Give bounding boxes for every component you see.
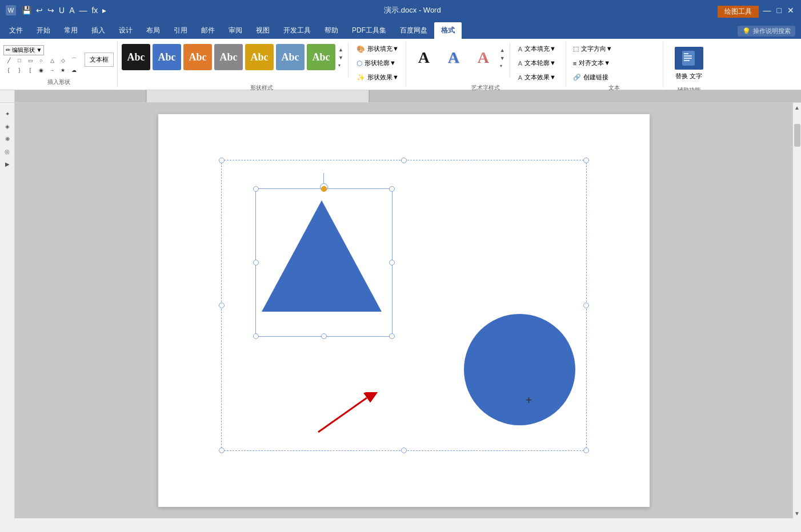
para-btn[interactable]: ◇ [58, 56, 68, 65]
left-tool-4[interactable]: ◎ [2, 146, 13, 156]
save-btn[interactable]: 💾 [21, 5, 33, 16]
text-effect-btn[interactable]: A 文本效果▼ [515, 72, 559, 83]
art-gradient[interactable]: A [469, 43, 498, 72]
star-btn[interactable]: ★ [58, 66, 68, 75]
art-expand-btn[interactable]: ▾ [500, 63, 505, 68]
close-btn[interactable]: ✕ [786, 5, 795, 16]
arrow-btn[interactable]: → [47, 66, 57, 75]
tab-home[interactable]: 开始 [30, 22, 57, 39]
inner-handle-ml[interactable] [253, 260, 259, 265]
handle-bc[interactable] [401, 448, 407, 453]
shape-fill-btn[interactable]: 🎨 形状填充▼ [353, 43, 402, 54]
drawing-tools-label: 绘图工具 [718, 6, 759, 18]
tab-review[interactable]: 审阅 [222, 22, 249, 39]
rect-btn[interactable]: □ [14, 56, 25, 65]
minimize-btn[interactable]: — [762, 5, 772, 16]
font-btn[interactable]: A [68, 5, 75, 16]
redo-btn[interactable]: ↪ [46, 5, 55, 16]
brace-left-btn[interactable]: { [3, 66, 14, 75]
tri-btn[interactable]: △ [47, 56, 57, 65]
maximize-btn[interactable]: □ [776, 5, 783, 16]
tab-insert[interactable]: 插入 [85, 22, 112, 39]
canvas-area[interactable]: + [221, 160, 587, 457]
handle-mr[interactable] [583, 303, 589, 308]
dash-btn[interactable]: — [78, 5, 88, 16]
handle-br[interactable] [583, 448, 589, 453]
create-link-btn[interactable]: 🔗 创建链接 [570, 72, 612, 83]
inner-handle-bl[interactable] [253, 333, 259, 339]
text-fill-btn[interactable]: A 文本填充▼ [515, 43, 559, 54]
inner-handle-tr[interactable] [389, 186, 395, 192]
scroll-down-arrow[interactable]: ▼ [792, 509, 801, 518]
cloud-btn[interactable]: ☁ [69, 66, 79, 75]
inner-handle-tl[interactable] [253, 186, 259, 192]
left-tool-1[interactable]: ✦ [2, 108, 13, 119]
swatch-green[interactable]: Abc [307, 44, 335, 70]
handle-ml[interactable] [219, 303, 225, 308]
tab-view[interactable]: 视图 [249, 22, 277, 39]
swatch-dark[interactable]: Abc [122, 44, 150, 70]
handle-tr[interactable] [583, 158, 589, 163]
left-tool-5[interactable]: ▶ [2, 159, 13, 169]
brace-right-btn[interactable]: } [14, 66, 25, 75]
handle-tl[interactable] [219, 158, 225, 163]
triangle-shape[interactable] [262, 200, 382, 312]
swatch-blue[interactable]: Abc [153, 44, 181, 70]
inner-handle-br[interactable] [389, 333, 395, 339]
swatch-gray[interactable]: Abc [214, 44, 243, 70]
arc-btn[interactable]: ⌒ [69, 56, 79, 65]
circle-btn[interactable]: ○ [36, 56, 46, 65]
tab-mail[interactable]: 邮件 [194, 22, 222, 39]
edit-shape-btn[interactable]: 插入形状 ✏ 编辑形状 ▼ [3, 45, 44, 55]
swatch-orange[interactable]: Abc [183, 44, 212, 70]
swatch-down-btn[interactable]: ▼ [338, 55, 343, 61]
tab-baidu[interactable]: 百度网盘 [393, 22, 434, 39]
left-tool-2[interactable]: ◈ [2, 121, 13, 131]
textbox-btn[interactable]: 文本框 [85, 53, 114, 67]
circle-shape[interactable] [464, 314, 575, 425]
swatch-up-btn[interactable]: ▲ [338, 47, 343, 53]
flow-btn[interactable]: ◉ [36, 66, 46, 75]
search-box[interactable]: 💡 操作说明搜索 [738, 26, 795, 37]
swatch-expand-btn[interactable]: ▾ [338, 63, 343, 68]
art-up-btn[interactable]: ▲ [500, 47, 505, 53]
handle-bl[interactable] [219, 448, 225, 453]
tab-design[interactable]: 设计 [112, 22, 139, 39]
tab-pdf[interactable]: PDF工具集 [345, 22, 393, 39]
inner-handle-bc[interactable] [321, 333, 327, 339]
handle-tc[interactable] [401, 158, 407, 163]
tab-file[interactable]: 文件 [2, 22, 30, 39]
inner-selection[interactable] [255, 188, 393, 337]
adjust-handle[interactable] [321, 186, 327, 192]
word-icon[interactable]: W [6, 5, 16, 15]
underline-btn[interactable]: U [58, 5, 66, 16]
art-down-btn[interactable]: ▼ [500, 55, 505, 61]
art-shadow[interactable]: A [439, 43, 468, 72]
text-direction-btn[interactable]: ⬚ 文字方向▼ [570, 43, 616, 54]
line-btn[interactable]: ╱ [3, 56, 14, 65]
align-text-btn[interactable]: ≡ 对齐文本▼ [570, 58, 614, 68]
text-outline-btn[interactable]: A 文本轮廓▼ [515, 58, 559, 68]
replace-text-btn[interactable]: 替换 文字 [669, 42, 709, 85]
shape-effect-btn[interactable]: ✨ 形状效果▼ [353, 72, 402, 83]
art-plain[interactable]: A [410, 43, 438, 72]
scrollbar-vertical[interactable]: ▲ ▼ [792, 103, 801, 518]
inner-handle-mr[interactable] [389, 260, 395, 265]
play-btn[interactable]: ▸ [101, 5, 107, 16]
bracket-btn[interactable]: [ [25, 66, 35, 75]
scrollbar-thumb[interactable] [794, 124, 800, 147]
undo-btn[interactable]: ↩ [35, 5, 44, 16]
tab-help[interactable]: 帮助 [318, 22, 345, 39]
tab-dev[interactable]: 开发工具 [277, 22, 318, 39]
scroll-up-arrow[interactable]: ▲ [792, 103, 801, 112]
tab-common[interactable]: 常用 [57, 22, 85, 39]
shape-outline-btn[interactable]: ⬡ 形状轮廓▼ [353, 58, 402, 68]
rounded-rect-btn[interactable]: ▭ [25, 56, 35, 65]
left-tool-3[interactable]: ❋ [2, 134, 13, 144]
formula-btn[interactable]: fx [90, 5, 99, 16]
tab-layout[interactable]: 布局 [139, 22, 167, 39]
swatch-lightblue[interactable]: Abc [276, 44, 305, 70]
tab-format[interactable]: 格式 [434, 22, 462, 39]
swatch-yellow[interactable]: Abc [245, 44, 274, 70]
tab-references[interactable]: 引用 [167, 22, 194, 39]
